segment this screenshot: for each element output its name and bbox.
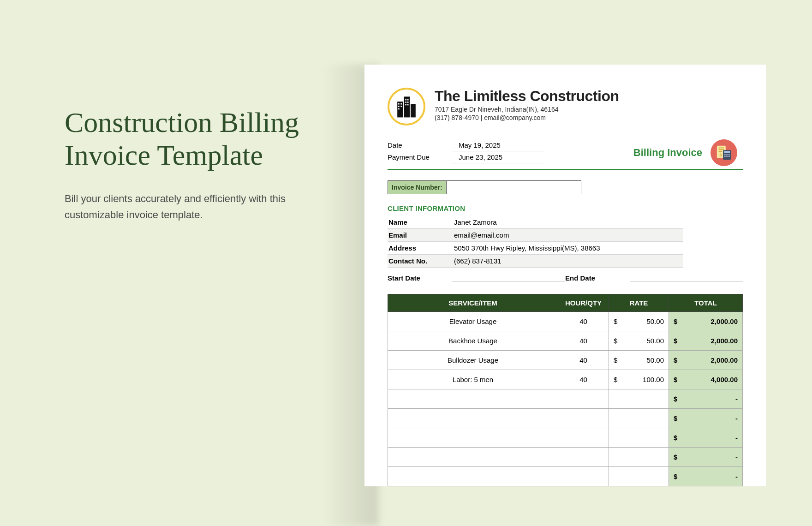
billing-invoice-text: Billing Invoice xyxy=(633,147,702,159)
invoice-meta: Date May 19, 2025 Payment Due June 23, 2… xyxy=(388,139,544,163)
cell-service xyxy=(388,448,558,467)
cell-service: Backhoe Usage xyxy=(388,331,558,351)
client-email-label: Email xyxy=(388,231,452,239)
svg-rect-25 xyxy=(726,156,728,157)
cell-total: $2,000.00 xyxy=(669,312,743,331)
client-email-value: email@email.com xyxy=(452,231,683,239)
svg-rect-23 xyxy=(728,154,730,155)
table-row: $- xyxy=(388,389,743,409)
client-address-value: 5050 370th Hwy Ripley, Mississippi(MS), … xyxy=(452,244,683,252)
company-phone: (317) 878-4970 xyxy=(435,114,479,121)
svg-rect-15 xyxy=(719,148,724,149)
end-date-value[interactable] xyxy=(630,274,743,282)
divider xyxy=(388,169,743,170)
cell-qty: 40 xyxy=(558,370,609,389)
cell-qty xyxy=(558,409,609,428)
cell-total: $- xyxy=(669,409,743,428)
svg-rect-3 xyxy=(398,103,400,105)
client-info-title: CLIENT INFORMATION xyxy=(388,204,743,212)
client-name-value: Janet Zamora xyxy=(452,218,683,226)
promo-title: Construction Billing Invoice Template xyxy=(65,106,304,172)
company-logo-icon xyxy=(388,88,425,126)
table-row: Bulldozer Usage40$50.00$2,000.00 xyxy=(388,351,743,370)
svg-rect-7 xyxy=(400,106,402,107)
cell-total: $- xyxy=(669,467,743,486)
cell-service: Elevator Usage xyxy=(388,312,558,331)
svg-rect-22 xyxy=(726,154,728,155)
line-items-table: SERVICE/ITEM HOUR/QTY RATE TOTAL Elevato… xyxy=(388,294,743,486)
cell-qty xyxy=(558,389,609,409)
billing-invoice-label: Billing Invoice $ xyxy=(633,139,743,166)
cell-qty xyxy=(558,467,609,486)
invoice-number-label: Invoice Number: xyxy=(388,181,447,194)
th-service: SERVICE/ITEM xyxy=(388,294,558,312)
cell-rate: $50.00 xyxy=(609,331,669,351)
start-date-label: Start Date xyxy=(388,274,452,282)
th-rate: RATE xyxy=(609,294,669,312)
svg-rect-6 xyxy=(400,103,402,105)
invoice-document: The Limitless Construction 7017 Eagle Dr… xyxy=(364,65,766,486)
cell-rate: $50.00 xyxy=(609,312,669,331)
cell-rate xyxy=(609,389,669,409)
table-row: $- xyxy=(388,428,743,448)
cell-service xyxy=(388,389,558,409)
svg-rect-26 xyxy=(728,156,730,157)
cell-total: $- xyxy=(669,389,743,409)
client-contact-value: (662) 837-8131 xyxy=(452,257,683,265)
svg-rect-2 xyxy=(411,104,416,118)
client-name-label: Name xyxy=(388,218,452,226)
client-info: Name Janet Zamora Email email@email.com … xyxy=(388,216,683,268)
promo-subtitle: Bill your clients accurately and efficie… xyxy=(65,191,304,223)
company-email: email@company.com xyxy=(484,114,546,121)
cell-qty xyxy=(558,428,609,448)
cell-service: Bulldozer Usage xyxy=(388,351,558,370)
svg-rect-11 xyxy=(407,102,409,103)
cell-total: $- xyxy=(669,428,743,448)
cell-service xyxy=(388,409,558,428)
end-date-label: End Date xyxy=(565,274,630,282)
svg-rect-13 xyxy=(407,104,409,106)
table-row: Elevator Usage40$50.00$2,000.00 xyxy=(388,312,743,331)
payment-due-value: June 23, 2025 xyxy=(452,151,544,163)
invoice-number-field: Invoice Number: xyxy=(388,180,581,194)
date-label: Date xyxy=(388,139,452,151)
company-contact: (317) 878-4970 | email@company.com xyxy=(435,114,619,121)
cell-qty: 40 xyxy=(558,312,609,331)
th-qty: HOUR/QTY xyxy=(558,294,609,312)
svg-rect-8 xyxy=(405,99,406,101)
svg-text:$: $ xyxy=(720,152,722,157)
table-row: Backhoe Usage40$50.00$2,000.00 xyxy=(388,331,743,351)
svg-rect-1 xyxy=(404,96,410,117)
invoice-number-value[interactable] xyxy=(447,181,581,194)
cell-service xyxy=(388,467,558,486)
cell-total: $- xyxy=(669,448,743,467)
promo-panel: Construction Billing Invoice Template Bi… xyxy=(65,106,304,223)
cell-rate xyxy=(609,467,669,486)
date-value: May 19, 2025 xyxy=(452,139,544,151)
payment-due-label: Payment Due xyxy=(388,151,452,163)
svg-rect-12 xyxy=(405,104,406,106)
svg-rect-24 xyxy=(724,156,726,157)
svg-rect-4 xyxy=(398,106,400,107)
cell-qty: 40 xyxy=(558,351,609,370)
client-address-label: Address xyxy=(388,244,452,252)
cell-rate xyxy=(609,409,669,428)
cell-rate: $100.00 xyxy=(609,370,669,389)
table-row: $- xyxy=(388,467,743,486)
cell-qty: 40 xyxy=(558,331,609,351)
table-row: Labor: 5 men40$100.00$4,000.00 xyxy=(388,370,743,389)
th-total: TOTAL xyxy=(669,294,743,312)
cell-rate xyxy=(609,428,669,448)
cell-service xyxy=(388,428,558,448)
start-date-value[interactable] xyxy=(452,274,565,282)
cell-total: $4,000.00 xyxy=(669,370,743,389)
cell-qty xyxy=(558,448,609,467)
company-address: 7017 Eagle Dr Nineveh, Indiana(IN), 4616… xyxy=(435,106,619,113)
cell-service: Labor: 5 men xyxy=(388,370,558,389)
cell-total: $2,000.00 xyxy=(669,331,743,351)
table-row: $- xyxy=(388,409,743,428)
cell-rate: $50.00 xyxy=(609,351,669,370)
cell-rate xyxy=(609,448,669,467)
svg-rect-10 xyxy=(405,102,406,103)
table-row: $- xyxy=(388,448,743,467)
